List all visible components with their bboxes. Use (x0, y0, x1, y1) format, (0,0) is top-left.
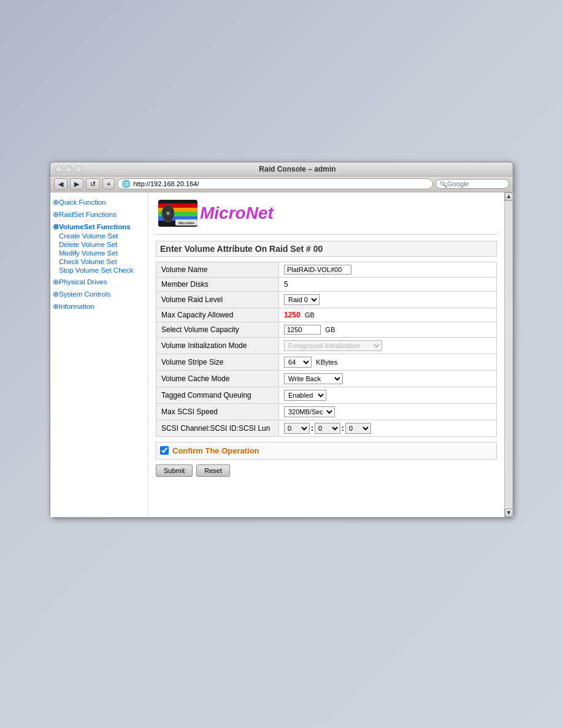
scsi-lun-select[interactable]: 0 1 (345, 423, 371, 434)
logo-area: MicroNet MicroNet (156, 197, 497, 235)
raid-level-select[interactable]: Raid 0 Raid 1 Raid 5 (284, 294, 320, 305)
sidebar-item-volumeset-functions[interactable]: ⊗VolumeSet Functions (53, 222, 145, 232)
init-mode-select[interactable]: Foreground Initialization Background Ini… (284, 340, 382, 351)
max-capacity-unit: GB (305, 311, 315, 319)
sidebar-item-quick-function[interactable]: ⊕Quick Function (53, 197, 145, 207)
colon-2: : (342, 424, 344, 433)
sidebar-item-stop-volume-set-check[interactable]: Stop Volume Set Check (59, 266, 145, 275)
sidebar-section-information: ⊕Information (53, 301, 145, 311)
field-label-cache-mode: Volume Cache Mode (156, 370, 279, 387)
stripe-size-select[interactable]: 64 32 128 (284, 357, 312, 368)
table-row: Volume Name (156, 262, 497, 277)
table-row: Volume Stripe Size 64 32 128 KBytes (156, 354, 497, 370)
window-title: Raid Console – admin (87, 165, 508, 173)
sidebar-section-volumeset: ⊗VolumeSet Functions Create Volume Set D… (53, 222, 145, 275)
field-value-stripe-size: 64 32 128 KBytes (279, 354, 497, 370)
confirm-row: Confirm The Operation (156, 442, 497, 460)
sidebar-section-system-controls: ⊕System Controls (53, 289, 145, 299)
cache-mode-select[interactable]: Write Back Write Through (284, 373, 343, 384)
search-input[interactable] (447, 180, 505, 188)
field-value-scsi-speed: 320MB/Sec 160MB/Sec 80MB/Sec (279, 403, 497, 420)
globe-icon: 🌐 (121, 180, 131, 188)
logo-text: MicroNet (200, 203, 274, 223)
stripe-unit: KBytes (316, 358, 337, 366)
table-row: Volume Initialization Mode Foreground In… (156, 337, 497, 354)
scsi-speed-select[interactable]: 320MB/Sec 160MB/Sec 80MB/Sec (284, 406, 335, 417)
browser-window: Raid Console – admin ◀ ▶ ↺ + 🌐 🔍 ⊕Quick … (50, 162, 513, 518)
field-value-init-mode: Foreground Initialization Background Ini… (279, 337, 497, 354)
field-label-volume-name: Volume Name (156, 262, 279, 277)
field-label-stripe-size: Volume Stripe Size (156, 354, 279, 370)
field-label-member-disks: Member Disks (156, 277, 279, 291)
scroll-down-button[interactable]: ▼ (505, 509, 513, 517)
field-label-select-capacity: Select Volume Capacity (156, 322, 279, 337)
submit-button[interactable]: Submit (156, 464, 193, 477)
table-row: Tagged Command Queuing Enabled Disabled (156, 387, 497, 403)
field-value-max-capacity: 1250 GB (279, 308, 497, 322)
tcq-select[interactable]: Enabled Disabled (284, 390, 326, 401)
form-title: Enter Volume Attribute On Raid Set # 00 (156, 241, 497, 257)
forward-button[interactable]: ▶ (70, 178, 83, 190)
max-capacity-value: 1250 (284, 311, 301, 319)
capacity-unit: GB (325, 326, 335, 333)
sidebar-section-raidset: ⊕RaidSet Functions (53, 210, 145, 219)
search-bar[interactable]: 🔍 (435, 179, 509, 189)
toolbar: ◀ ▶ ↺ + 🌐 🔍 (50, 176, 513, 192)
table-row: SCSI Channel:SCSI ID:SCSI Lun 0 1 : 0 1 (156, 420, 497, 436)
colon-1: : (311, 424, 313, 433)
scsi-row: 0 1 : 0 1 : 0 1 (284, 423, 491, 434)
table-row: Max SCSI Speed 320MB/Sec 160MB/Sec 80MB/… (156, 403, 497, 420)
field-label-scsi-lun: SCSI Channel:SCSI ID:SCSI Lun (156, 420, 279, 436)
table-row: Select Volume Capacity GB (156, 322, 497, 337)
reload-button[interactable]: ↺ (86, 178, 100, 190)
svg-text:MicroNet: MicroNet (178, 221, 194, 225)
table-row: Volume Cache Mode Write Back Write Throu… (156, 370, 497, 387)
volume-capacity-input[interactable] (284, 325, 321, 335)
url-input[interactable] (133, 180, 429, 188)
micronet-logo: MicroNet (156, 197, 200, 229)
field-label-tcq: Tagged Command Queuing (156, 387, 279, 403)
sidebar-item-raidset-functions[interactable]: ⊕RaidSet Functions (53, 210, 145, 219)
sidebar-item-system-controls[interactable]: ⊕System Controls (53, 289, 145, 299)
btn-area: Submit Reset (156, 464, 497, 477)
back-button[interactable]: ◀ (54, 178, 67, 190)
sidebar-item-create-volume-set[interactable]: Create Volume Set (59, 232, 145, 240)
minimize-button[interactable] (65, 165, 72, 173)
sidebar-item-modify-volume-set[interactable]: Modify Volume Set (59, 249, 145, 257)
reset-button[interactable]: Reset (196, 464, 230, 477)
field-label-max-capacity: Max Capacity Allowed (156, 308, 279, 322)
svg-point-7 (166, 211, 170, 215)
search-icon: 🔍 (440, 181, 447, 188)
sidebar-sub-volumeset: Create Volume Set Delete Volume Set Modi… (53, 232, 145, 275)
field-value-raid-level: Raid 0 Raid 1 Raid 5 (279, 291, 497, 308)
field-label-raid-level: Volume Raid Level (156, 291, 279, 308)
sidebar-item-information[interactable]: ⊕Information (53, 301, 145, 311)
table-row: Volume Raid Level Raid 0 Raid 1 Raid 5 (156, 291, 497, 308)
field-value-volume-name (279, 262, 497, 277)
sidebar: ⊕Quick Function ⊕RaidSet Functions ⊗Volu… (50, 192, 148, 517)
sidebar-item-delete-volume-set[interactable]: Delete Volume Set (59, 240, 145, 249)
scroll-up-button[interactable]: ▲ (505, 192, 513, 201)
scsi-channel-select[interactable]: 0 1 (284, 423, 310, 434)
sidebar-item-physical-drives[interactable]: ⊕Physical Drives (53, 277, 145, 287)
field-value-select-capacity: GB (279, 322, 497, 337)
member-disks-value: 5 (284, 280, 288, 289)
sidebar-item-check-volume-set[interactable]: Check Volume Set (59, 257, 145, 266)
volume-name-input[interactable] (284, 265, 351, 275)
confirm-checkbox[interactable] (160, 446, 169, 455)
field-value-scsi-lun: 0 1 : 0 1 : 0 1 (279, 420, 497, 436)
address-bar[interactable]: 🌐 (117, 178, 433, 189)
maximize-button[interactable] (75, 165, 82, 173)
add-tab-button[interactable]: + (102, 178, 115, 189)
field-value-member-disks: 5 (279, 277, 497, 291)
confirm-label[interactable]: Confirm The Operation (172, 446, 259, 455)
traffic-lights (55, 165, 82, 173)
field-label-init-mode: Volume Initialization Mode (156, 337, 279, 354)
scsi-id-select[interactable]: 0 1 (315, 423, 340, 434)
close-button[interactable] (55, 165, 63, 173)
sidebar-section-physical-drives: ⊕Physical Drives (53, 277, 145, 287)
table-row: Max Capacity Allowed 1250 GB (156, 308, 497, 322)
form-table: Volume Name Member Disks 5 Volume Raid L… (156, 262, 497, 437)
main-content: MicroNet MicroNet Enter Volume Attribute… (148, 192, 504, 517)
table-row: Member Disks 5 (156, 277, 497, 291)
